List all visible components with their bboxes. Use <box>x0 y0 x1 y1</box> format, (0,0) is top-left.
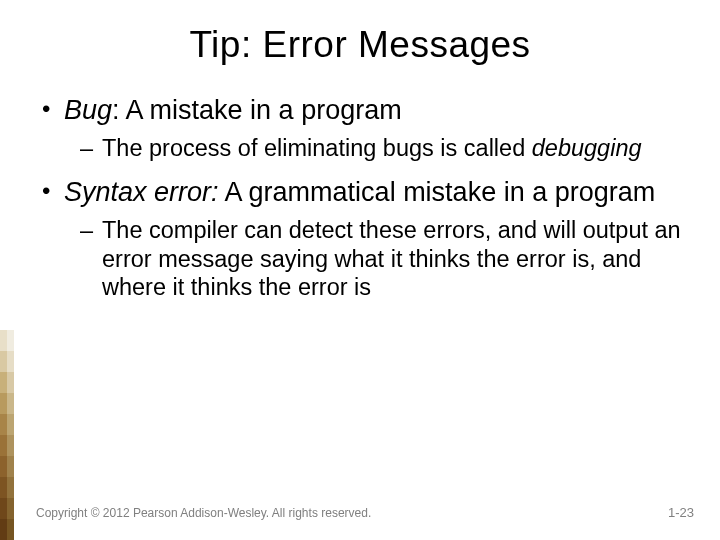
copyright-footer: Copyright © 2012 Pearson Addison-Wesley.… <box>36 506 371 520</box>
bullet-level2: The compiler can detect these errors, an… <box>36 216 684 302</box>
slide-body: Bug: A mistake in a program The process … <box>0 84 720 302</box>
term-syntax-error: Syntax error: <box>64 177 219 207</box>
bullet-level1: Bug: A mistake in a program <box>36 94 684 128</box>
bullet-text: The process of eliminating bugs is calle… <box>102 135 532 161</box>
bullet-text: : A mistake in a program <box>112 95 402 125</box>
bullet-level1: Syntax error: A grammatical mistake in a… <box>36 176 684 210</box>
bullet-text: The compiler can detect these errors, an… <box>102 217 681 300</box>
bullet-level2: The process of eliminating bugs is calle… <box>36 134 684 163</box>
left-edge-decoration <box>0 330 14 540</box>
bullet-text: A grammatical mistake in a program <box>219 177 656 207</box>
term-bug: Bug <box>64 95 112 125</box>
slide-title: Tip: Error Messages <box>0 0 720 84</box>
page-number: 1-23 <box>668 505 694 520</box>
slide: Tip: Error Messages Bug: A mistake in a … <box>0 0 720 540</box>
term-debugging: debugging <box>532 135 642 161</box>
